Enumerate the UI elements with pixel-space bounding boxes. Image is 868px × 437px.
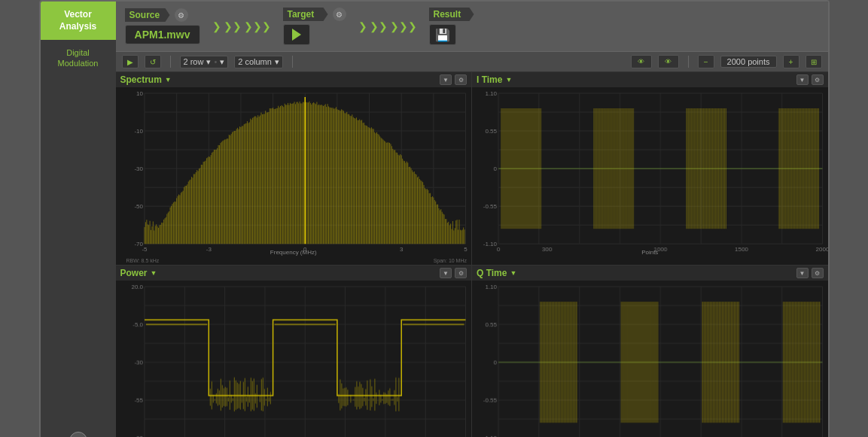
q-time-panel: Q Time ▼ ▼ ⚙ Points [472, 266, 828, 437]
power-panel: Power ▼ ▼ ⚙ Points [116, 266, 472, 437]
result-block: Result 💾 [429, 8, 474, 45]
i-time-x-label: Points [641, 249, 658, 256]
power-dropdown-arrow: ▼ [151, 269, 157, 277]
source-file-display: APM1.mwv [125, 25, 200, 44]
grid-button[interactable]: ⊞ [806, 55, 822, 68]
save-button[interactable]: 💾 [429, 24, 456, 45]
spectrum-panel: Spectrum ▼ ▼ ⚙ RBW: 8.5 kHz Frequency (M… [116, 72, 472, 265]
play-button[interactable] [283, 24, 310, 45]
content-area: Source ⚙ APM1.mwv ❯ ❯❯ ❯❯❯ Target ⚙ [116, 2, 828, 437]
points-display: 2000 points [720, 56, 777, 68]
source-block: Source ⚙ APM1.mwv [125, 8, 200, 44]
spectrum-controls: ▼ ⚙ [440, 74, 467, 85]
spectrum-title: Spectrum [120, 74, 162, 85]
q-time-controls: ▼ ⚙ [796, 268, 824, 278]
target-gear-icon[interactable]: ⚙ [333, 8, 346, 21]
toolbar-separator-2 [292, 56, 293, 68]
q-time-down-icon[interactable]: ▼ [796, 268, 809, 278]
i-time-controls: ▼ ⚙ [796, 74, 824, 85]
sidebar-item-vector-analysis[interactable]: Vector Analysis [41, 2, 116, 40]
i-time-title-dropdown[interactable]: I Time ▼ [477, 74, 512, 85]
spectrum-title-dropdown[interactable]: Spectrum ▼ [120, 74, 172, 85]
power-canvas [116, 281, 472, 437]
target-label: Target [283, 8, 328, 21]
sidebar-bottom: ? [41, 77, 116, 437]
spectrum-canvas [116, 87, 472, 265]
power-title-dropdown[interactable]: Power ▼ [120, 268, 157, 278]
view-button-1[interactable]: 👁 [631, 55, 652, 68]
power-gear-icon[interactable]: ⚙ [455, 268, 467, 278]
view-button-2[interactable]: 👁 [658, 55, 679, 68]
i-time-panel: I Time ▼ ▼ ⚙ Points [472, 72, 828, 265]
i-time-canvas [472, 87, 828, 265]
toolbar-separator-3 [688, 56, 689, 68]
main-container: Vector Analysis Digital Modulation ? Sou… [39, 0, 830, 437]
toolbar-separator-1 [170, 56, 171, 68]
spectrum-x-label: Frequency (MHz) [270, 249, 317, 256]
i-time-down-icon[interactable]: ▼ [796, 74, 809, 85]
charts-area: Spectrum ▼ ▼ ⚙ RBW: 8.5 kHz Frequency (M… [116, 72, 828, 437]
toolbar: ▶ ↺ 2 row ▾ • ▾ 2 column ▾ 👁 👁 − 2000 po… [116, 52, 828, 72]
spectrum-header: Spectrum ▼ ▼ ⚙ [116, 72, 472, 87]
spectrum-axis-info-right: Span: 10 MHz [434, 258, 467, 263]
i-time-header: I Time ▼ ▼ ⚙ [472, 72, 828, 87]
i-time-gear-icon[interactable]: ⚙ [812, 74, 824, 85]
spectrum-chart-body: RBW: 8.5 kHz Frequency (MHz) Span: 10 MH… [116, 87, 472, 265]
q-time-canvas [472, 281, 828, 437]
q-time-dropdown-arrow: ▼ [510, 269, 516, 277]
column-dropdown[interactable]: 2 column ▾ [234, 56, 283, 68]
spectrum-down-icon[interactable]: ▼ [440, 74, 452, 85]
sidebar: Vector Analysis Digital Modulation ? [41, 2, 116, 437]
q-time-title: Q Time [477, 268, 507, 278]
spectrum-dropdown-arrow: ▼ [165, 76, 172, 83]
arrows-1: ❯ ❯❯ ❯❯❯ [212, 20, 271, 32]
sidebar-item-digital-modulation[interactable]: Digital Modulation [41, 40, 116, 77]
power-title: Power [120, 268, 148, 278]
help-button[interactable]: ? [69, 432, 87, 438]
refresh-toolbar-button[interactable]: ↺ [145, 55, 161, 68]
spectrum-gear-icon[interactable]: ⚙ [455, 74, 467, 85]
top-bar: Source ⚙ APM1.mwv ❯ ❯❯ ❯❯❯ Target ⚙ [116, 2, 828, 52]
arrows-2: ❯ ❯❯ ❯❯❯ [358, 20, 417, 32]
q-time-header: Q Time ▼ ▼ ⚙ [472, 266, 828, 281]
q-time-gear-icon[interactable]: ⚙ [812, 268, 824, 278]
power-header: Power ▼ ▼ ⚙ [116, 266, 472, 281]
power-chart-body: Points [116, 281, 472, 437]
result-header: Result [429, 8, 474, 21]
target-header: Target ⚙ [283, 8, 346, 21]
power-down-icon[interactable]: ▼ [440, 268, 452, 278]
i-time-dropdown-arrow: ▼ [505, 76, 512, 83]
spectrum-axis-info-left: RBW: 8.5 kHz [126, 258, 160, 263]
play-icon [292, 29, 301, 41]
i-time-chart-body: Points [472, 87, 828, 265]
plus-button[interactable]: + [783, 55, 799, 68]
i-time-title: I Time [477, 74, 502, 85]
target-block: Target ⚙ [283, 8, 346, 45]
minus-button[interactable]: − [698, 55, 714, 68]
source-gear-icon[interactable]: ⚙ [175, 8, 188, 22]
q-time-chart-body: Points [472, 281, 828, 437]
row-dropdown[interactable]: 2 row ▾ • ▾ [180, 56, 229, 68]
source-header: Source ⚙ [125, 8, 200, 22]
play-toolbar-button[interactable]: ▶ [122, 55, 139, 68]
result-label: Result [429, 8, 474, 21]
source-label: Source [125, 8, 170, 22]
q-time-title-dropdown[interactable]: Q Time ▼ [477, 268, 516, 278]
power-controls: ▼ ⚙ [440, 268, 467, 278]
